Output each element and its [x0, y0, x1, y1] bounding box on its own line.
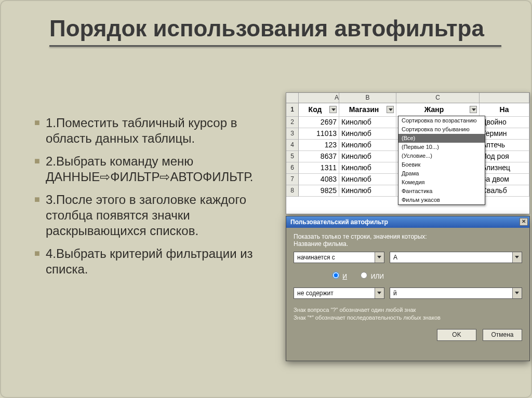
bullet-mark: ■ [31, 154, 46, 185]
dialog-prompt: Показать только те строки, значения кото… [294, 233, 522, 240]
row-number: 2 [286, 117, 299, 128]
dropdown-item[interactable]: Комедия [398, 178, 485, 187]
dropdown-item[interactable]: Сортировка по убыванию [398, 125, 485, 134]
bullet-item: ■ 4.Выбрать критерий фильтрации из списк… [31, 246, 270, 277]
bullet-item: ■ 3.После этого в заголовке каждого стол… [31, 192, 270, 239]
cell-shop[interactable]: Кинолюб [339, 185, 396, 197]
cell-shop[interactable]: Кинолюб [339, 128, 396, 140]
row-number: 3 [286, 128, 299, 140]
chevron-down-icon[interactable] [512, 252, 522, 263]
excel-preview: A B C 1 Код Магазин Жанр На 22697К [286, 92, 530, 214]
dropdown-item[interactable]: Драма [398, 169, 485, 178]
header-row: 1 Код Магазин Жанр На [286, 103, 529, 117]
dropdown-item[interactable]: Сортировка по возрастанию [398, 116, 485, 125]
value-combo[interactable]: А [390, 252, 522, 263]
bullet-text: 1.Поместить табличный курсор в область д… [46, 115, 270, 146]
cell-code[interactable]: 9825 [299, 185, 339, 197]
ok-button[interactable]: OK [437, 329, 476, 341]
bullet-text: 4.Выбрать критерий фильтрации из списка. [46, 246, 270, 277]
title-underline [49, 45, 501, 47]
cell-shop[interactable]: Кинолюб [339, 117, 396, 128]
close-icon[interactable]: ✕ [520, 218, 528, 226]
row-number: 6 [286, 162, 299, 174]
cell-code[interactable]: 2697 [299, 117, 339, 128]
header-text: Жанр [424, 105, 444, 114]
operator-combo[interactable]: не содержит [294, 287, 384, 299]
cell-name[interactable]: Аптечь [480, 140, 529, 151]
cell-code[interactable]: 11013 [299, 128, 339, 140]
chevron-down-icon[interactable] [512, 288, 522, 298]
bullet-text: 2.Выбрать команду меню ДАННЫЕ⇨ФИЛЬТР⇨АВТ… [46, 154, 270, 185]
filter-caret-icon[interactable] [387, 106, 394, 113]
dropdown-item[interactable]: (Условие...) [398, 152, 485, 160]
cell-code[interactable]: 1311 [299, 162, 339, 174]
dialog-field-label: Название фильма. [294, 240, 522, 248]
hint-text: Знак вопроса "?" обозначает один любой з… [294, 306, 522, 322]
slide-title: Порядок использования автофильтра [49, 16, 507, 41]
cell-shop[interactable]: Кинолюб [339, 162, 396, 174]
cell-name[interactable]: Двойно [480, 117, 529, 128]
bullet-mark: ■ [31, 246, 46, 277]
logic-radios: И ИЛИ [294, 267, 522, 283]
col-letter: B [339, 93, 396, 103]
cell-code[interactable]: 123 [299, 140, 339, 151]
bullet-item: ■ 2.Выбрать команду меню ДАННЫЕ⇨ФИЛЬТР⇨А… [31, 154, 270, 185]
radio-or[interactable]: ИЛИ [358, 273, 383, 280]
cell-shop[interactable]: Кинолюб [339, 140, 396, 151]
header-cell[interactable]: Жанр [396, 103, 480, 117]
bullet-item: ■ 1.Поместить табличный курсор в область… [31, 115, 270, 146]
bullet-mark: ■ [31, 115, 46, 146]
header-cell[interactable]: На [480, 103, 529, 117]
cell-name[interactable]: Близнец [480, 162, 529, 174]
row-number: 8 [286, 185, 299, 197]
cell-name[interactable]: Термин [480, 128, 529, 140]
row-number: 1 [286, 103, 299, 117]
operator-combo[interactable]: начинается с [294, 252, 384, 263]
cell-code[interactable]: 4083 [299, 174, 339, 185]
row-number: 5 [286, 151, 299, 162]
slide: Порядок использования автофильтра ■ 1.По… [0, 0, 532, 398]
cancel-button[interactable]: Отмена [483, 329, 522, 341]
dropdown-item[interactable]: Фильм ужасов [398, 196, 485, 204]
title-block: Порядок использования автофильтра [49, 16, 507, 47]
corner-cell [286, 93, 299, 103]
col-letter: C [396, 93, 480, 103]
radio-and[interactable]: И [330, 273, 347, 280]
dropdown-item[interactable]: (Все) [398, 134, 485, 143]
header-cell[interactable]: Магазин [339, 103, 396, 117]
cell-shop[interactable]: Кинолюб [339, 174, 396, 185]
cell-shop[interactable]: Кинолюб [339, 151, 396, 162]
header-text: Код [309, 105, 322, 114]
chevron-down-icon[interactable] [375, 252, 384, 263]
bullet-text: 3.После этого в заголовке каждого столбц… [46, 192, 270, 239]
excel-column-letters: A B C [286, 93, 529, 103]
cell-name[interactable]: За двом [480, 174, 529, 185]
chevron-down-icon[interactable] [375, 288, 384, 298]
criteria-row: не содержит й [294, 287, 522, 299]
filter-caret-icon[interactable] [470, 106, 477, 113]
dialog-title-bar: Пользовательский автофильтр ✕ [286, 216, 529, 228]
header-text: На [500, 105, 509, 114]
col-letter: A [299, 93, 339, 103]
col-letter [480, 93, 529, 103]
filter-caret-icon[interactable] [329, 106, 337, 113]
cell-code[interactable]: 8637 [299, 151, 339, 162]
cell-name[interactable]: Свальб [480, 185, 529, 197]
dropdown-item[interactable]: Фантастика [398, 187, 485, 196]
dropdown-item[interactable]: (Первые 10...) [398, 143, 485, 152]
row-number: 4 [286, 140, 299, 151]
dialog-body: Показать только те строки, значения кото… [286, 228, 529, 345]
dropdown-item[interactable]: Боевик [398, 160, 485, 169]
dialog-buttons: OK Отмена [294, 329, 522, 341]
row-number: 7 [286, 174, 299, 185]
bullet-mark: ■ [31, 192, 46, 239]
dialog-title: Пользовательский автофильтр [290, 218, 388, 226]
custom-autofilter-dialog: Пользовательский автофильтр ✕ Показать т… [286, 216, 530, 361]
header-text: Магазин [349, 105, 379, 114]
filter-dropdown[interactable]: Сортировка по возрастаниюСортировка по у… [398, 116, 485, 205]
cell-name[interactable]: Под роя [480, 151, 529, 162]
value-combo[interactable]: й [390, 287, 522, 299]
criteria-row: начинается с А [294, 252, 522, 263]
bullet-list: ■ 1.Поместить табличный курсор в область… [31, 115, 270, 284]
header-cell[interactable]: Код [299, 103, 339, 117]
